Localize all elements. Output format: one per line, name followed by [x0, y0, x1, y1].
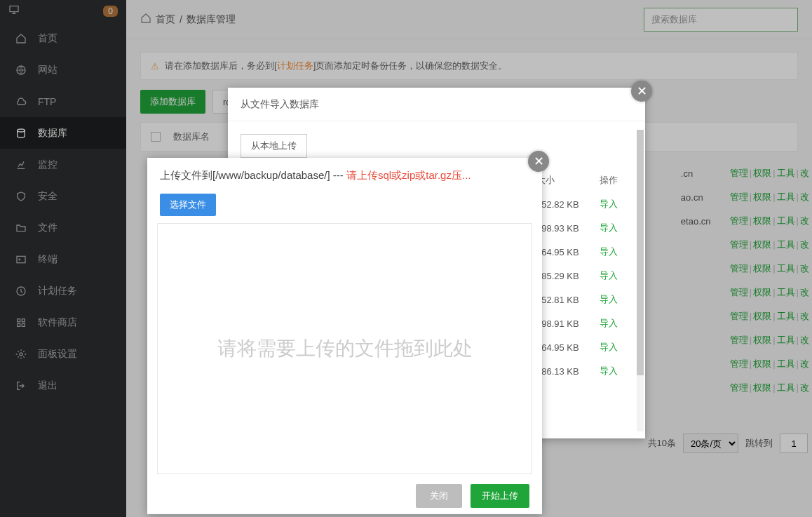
import-modal-scrollbar[interactable]: [637, 130, 644, 431]
file-size: 186.13 KB: [536, 366, 586, 377]
import-link[interactable]: 导入: [600, 222, 618, 234]
import-file-list: 大小 操作 452.82 KB导入398.93 KB导入164.95 KB导入1…: [536, 168, 621, 383]
file-size: 452.81 KB: [536, 295, 586, 305]
import-link[interactable]: 导入: [600, 198, 618, 210]
upload-modal-title: 上传文件到[/www/backup/database/] --- 请上传sql或…: [147, 158, 542, 189]
select-file-button[interactable]: 选择文件: [160, 194, 216, 216]
import-link[interactable]: 导入: [600, 246, 618, 258]
file-size: 452.82 KB: [536, 199, 586, 210]
file-row: 452.82 KB导入: [536, 192, 621, 216]
file-row: 164.95 KB导入: [536, 335, 621, 359]
import-modal-title: 从文件导入数据库: [228, 88, 645, 121]
file-row: 186.13 KB导入: [536, 359, 621, 383]
local-upload-button[interactable]: 从本地上传: [241, 134, 307, 158]
file-list-header: 大小 操作: [536, 168, 621, 192]
file-size: 185.29 KB: [536, 271, 586, 281]
th-size: 大小: [536, 174, 586, 187]
file-row: 398.91 KB导入: [536, 311, 621, 335]
file-row: 452.81 KB导入: [536, 288, 621, 311]
file-size: 398.93 KB: [536, 223, 586, 234]
file-size: 398.91 KB: [536, 318, 586, 329]
upload-dropzone[interactable]: 请将需要上传的文件拖到此处: [157, 223, 532, 474]
upload-format-hint: 请上传sql或zip或tar.gz压...: [346, 169, 471, 181]
file-row: 164.95 KB导入: [536, 240, 621, 264]
scrollbar-thumb[interactable]: [637, 130, 644, 375]
file-row: 398.93 KB导入: [536, 216, 621, 240]
upload-modal-close[interactable]: ✕: [528, 151, 549, 172]
import-link[interactable]: 导入: [600, 293, 618, 306]
import-link[interactable]: 导入: [600, 269, 618, 282]
import-link[interactable]: 导入: [600, 365, 618, 377]
import-modal-close[interactable]: ✕: [631, 81, 652, 102]
upload-start-button[interactable]: 开始上传: [471, 484, 529, 508]
upload-close-button[interactable]: 关闭: [416, 484, 462, 508]
import-link[interactable]: 导入: [600, 317, 618, 330]
th-action: 操作: [600, 174, 618, 187]
upload-modal: ✕ 上传文件到[/www/backup/database/] --- 请上传sq…: [147, 158, 542, 514]
import-link[interactable]: 导入: [600, 341, 618, 354]
file-row: 185.29 KB导入: [536, 264, 621, 288]
file-size: 164.95 KB: [536, 247, 586, 257]
file-size: 164.95 KB: [536, 342, 586, 353]
